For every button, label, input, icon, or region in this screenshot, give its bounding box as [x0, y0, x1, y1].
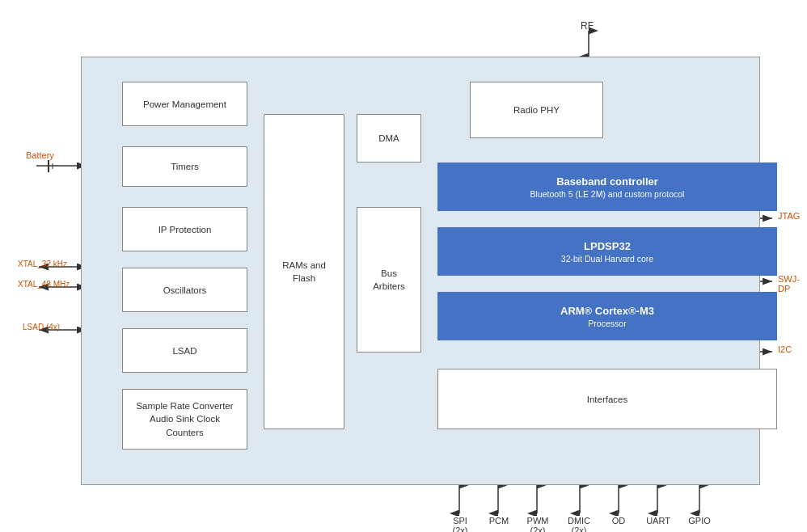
timers-box: Timers [122, 146, 247, 187]
interfaces-box: Interfaces [437, 369, 777, 429]
bus-arbiters-box: Bus Arbiters [357, 207, 421, 353]
rf-label: RF [581, 20, 594, 32]
src-box: Sample Rate Converter Audio Sink Clock C… [122, 389, 247, 450]
i2c-label: I2C [778, 344, 792, 354]
pcm-label: PCM [484, 516, 514, 526]
arm-cortex-box: ARM® Cortex®-M3 Processor [437, 292, 777, 340]
power-management-box: Power Management [122, 82, 247, 126]
lpdsp32-box: LPDSP32 32-bit Dual Harvard core [437, 227, 777, 276]
rams-flash-box: RAMs and Flash [264, 114, 344, 429]
dma-box: DMA [357, 114, 421, 163]
gpio-label: GPIO [684, 516, 715, 526]
battery-label: Battery [26, 150, 54, 160]
pwm-label: PWM (2x) [522, 516, 553, 532]
dmic-label: DMIC (2x) [562, 516, 596, 532]
xtal32-label: XTAL_32 kHz [18, 260, 67, 268]
ip-protection-box: IP Protection [122, 207, 247, 251]
jtag-label: JTAG [778, 211, 800, 221]
lsad-box: LSAD [122, 328, 247, 373]
baseband-box: Baseband controller Bluetooth 5 (LE 2M) … [437, 163, 777, 211]
lsad-4x-label: LSAD (4x) [23, 323, 60, 331]
swjdp-label: SWJ-DP [778, 274, 800, 293]
od-label: OD [606, 516, 631, 526]
diagram-container: RF Power Management Timers IP Protection… [16, 16, 791, 516]
radio-phy-box: Radio PHY [470, 82, 603, 138]
oscillators-box: Oscillators [122, 268, 247, 312]
spi-label: SPI (2x) [445, 516, 475, 532]
chip-block: Power Management Timers IP Protection Os… [81, 57, 760, 485]
uart-label: UART [643, 516, 674, 526]
xtal48-label: XTAL_48 MHz [18, 280, 70, 289]
